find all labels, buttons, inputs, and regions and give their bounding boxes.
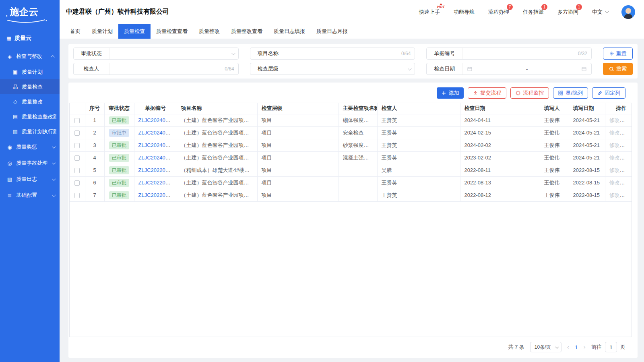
top-nav-item-4[interactable]: 多方协同1: [557, 8, 578, 16]
filter-row-1: 审批状态项目名称0/64单据编号0/32重置: [73, 48, 633, 60]
quality-rectify-icon: ◇: [12, 99, 19, 105]
top-nav-item-1[interactable]: 功能导航: [454, 8, 475, 16]
check-item-cell: [339, 164, 377, 176]
tab-6[interactable]: 质量日志填报: [268, 24, 311, 39]
page-size-select[interactable]: 10条/页: [530, 342, 561, 352]
doc-no-link[interactable]: ZLJC2024050445: [138, 130, 177, 136]
sidebar-item-0-1[interactable]: 品质量检查: [0, 79, 60, 94]
filter-daterange-input[interactable]: -: [462, 63, 591, 74]
project-cell: （土建）蓝色智谷产业园项目施工总承...: [177, 151, 257, 164]
table-row: 1已审批ZLJC2024050446（土建）蓝色智谷产业园项目施工总承...项目…: [70, 114, 632, 126]
top-nav-item-0[interactable]: 快速上手HOT: [419, 8, 440, 16]
edit-link[interactable]: 修改: [609, 130, 625, 136]
row-checkbox[interactable]: [74, 168, 80, 173]
next-page-button[interactable]: ›: [583, 344, 586, 350]
project-cell: （土建）蓝色智谷产业园项目施工总承...: [177, 176, 257, 189]
filter-text-input[interactable]: 0/64: [109, 63, 238, 74]
toggle-columns-button[interactable]: 显/隐列: [553, 87, 588, 99]
actions-cell: 修改删除: [605, 151, 632, 164]
row-checkbox[interactable]: [74, 143, 80, 148]
filter-field-单据编号: 单据编号0/32: [426, 48, 592, 60]
sidebar-item-0-2[interactable]: ◇质量整改: [0, 94, 60, 109]
doc-no-link[interactable]: ZLJC2022080172: [138, 192, 177, 198]
sidebar-item-0-4[interactable]: ▥质量计划执行跟踪: [0, 124, 60, 139]
status-badge: 审批中: [109, 129, 129, 137]
company-name: 中建君联（广州）软件科技有限公司: [66, 8, 169, 16]
reset-button[interactable]: 重置: [603, 48, 633, 60]
level-cell: 项目: [257, 176, 339, 189]
fill-date-cell: 2024-05-21: [569, 126, 605, 139]
status-badge: 已审批: [109, 116, 129, 124]
row-checkbox[interactable]: [74, 180, 80, 186]
top-nav-item-label: 多方协同: [557, 9, 578, 15]
project-cell: （土建）蓝色智谷产业园项目施工总承...: [177, 139, 257, 151]
sidebar-menu: ◈检查与整改▣质量计划品质量检查◇质量整改▤质量检查整改跟踪▥质量计划执行跟踪◉…: [0, 48, 60, 362]
search-button[interactable]: 搜索: [603, 63, 633, 75]
doc-no-link[interactable]: ZLJC2022080174: [138, 167, 177, 173]
logo-dot: ·: [6, 14, 8, 18]
doc-no-link[interactable]: ZLJC2024050443: [138, 155, 177, 161]
fixed-columns-button[interactable]: 固定列: [592, 87, 625, 99]
edit-link[interactable]: 修改: [609, 167, 625, 173]
sidebar-group-1[interactable]: ◉质量奖惩: [0, 139, 60, 155]
total-count: 共 7 条: [508, 343, 524, 351]
tab-4[interactable]: 质量整改: [193, 24, 225, 39]
row-checkbox[interactable]: [74, 193, 80, 198]
sidebar-group-3[interactable]: ▧质量日志: [0, 171, 60, 187]
filter-text-input[interactable]: 0/64: [286, 48, 415, 59]
actions-cell: 修改删除: [605, 126, 632, 139]
level-cell: 项目: [257, 114, 339, 126]
filter-text-input[interactable]: 0/32: [462, 48, 591, 59]
doc-no-link[interactable]: ZLJC2024050444: [138, 142, 177, 148]
top-nav-item-2[interactable]: 流程办理7: [488, 8, 509, 16]
row-checkbox[interactable]: [74, 130, 80, 136]
sidebar-item-0-3[interactable]: ▤质量检查整改跟踪: [0, 109, 60, 124]
user-avatar[interactable]: [621, 5, 635, 19]
inspector-cell: 王贤英: [377, 126, 460, 139]
edit-link[interactable]: 修改: [609, 142, 625, 148]
language-switcher[interactable]: 中文: [592, 8, 608, 16]
tab-0[interactable]: 首页: [64, 24, 86, 39]
doc-no-link[interactable]: ZLJC2022080173: [138, 180, 177, 186]
base-config-icon: ≣: [6, 192, 13, 199]
tab-1[interactable]: 质量计划: [86, 24, 118, 39]
sidebar-group-0[interactable]: ◈检查与整改: [0, 48, 60, 64]
chevron-down-icon: [52, 145, 56, 149]
top-nav-item-3[interactable]: 任务指派1: [523, 8, 544, 16]
prev-page-button[interactable]: ‹: [567, 344, 570, 350]
edit-link[interactable]: 修改: [609, 155, 625, 161]
filter-select-0[interactable]: [109, 48, 238, 59]
edit-link[interactable]: 修改: [609, 192, 625, 198]
seq-cell: 6: [85, 176, 104, 189]
filter-field-项目名称: 项目名称0/64: [250, 48, 415, 60]
column-header-序号: 序号: [85, 103, 104, 114]
flow-monitor-button[interactable]: 流程监控: [510, 87, 549, 99]
edit-link[interactable]: 修改: [609, 180, 625, 186]
current-page[interactable]: 1: [575, 344, 578, 350]
sidebar-group-2[interactable]: ◎质量事故处理: [0, 155, 60, 171]
plan-exec-track-icon: ▥: [12, 128, 19, 134]
filler-cell: 王俊伟: [540, 151, 569, 164]
chevron-down-icon: [52, 193, 56, 197]
tab-3[interactable]: 质量检查查看: [151, 24, 193, 39]
add-button[interactable]: 添加: [437, 87, 464, 99]
tab-7[interactable]: 质量日志月报: [311, 24, 353, 39]
column-header-单据编号: 单据编号: [134, 103, 177, 114]
tab-5[interactable]: 质量整改查看: [225, 24, 268, 39]
submit-flow-button[interactable]: 提交流程: [468, 87, 506, 99]
row-checkbox[interactable]: [74, 155, 80, 161]
tab-2[interactable]: 质量检查: [118, 24, 151, 39]
sidebar-item-0-0[interactable]: ▣质量计划: [0, 64, 60, 79]
filler-cell: 王俊伟: [540, 189, 569, 201]
edit-link[interactable]: 修改: [609, 117, 625, 123]
goto-page-input[interactable]: [605, 342, 617, 352]
doc-no-link[interactable]: ZLJC2024050446: [138, 117, 177, 123]
status-cell: 已审批: [104, 114, 134, 126]
sidebar-group-label: 质量奖惩: [16, 143, 37, 151]
filter-select-1[interactable]: [286, 63, 415, 74]
top-header: 中建君联（广州）软件科技有限公司 快速上手HOT功能导航流程办理7任务指派1多方…: [60, 0, 644, 24]
sidebar-item-label: 质量计划执行跟踪: [22, 128, 56, 135]
sidebar-product-title[interactable]: ▦ 质量云: [0, 27, 60, 46]
row-checkbox[interactable]: [74, 118, 80, 123]
sidebar-group-4[interactable]: ≣基础配置: [0, 187, 60, 203]
